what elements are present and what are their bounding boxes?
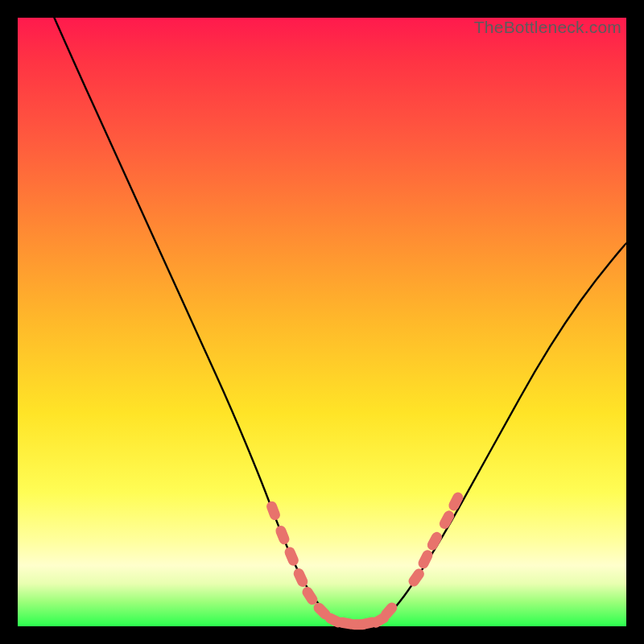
curve-markers	[265, 490, 464, 630]
curve-marker	[407, 567, 426, 588]
curve-layer	[18, 18, 626, 626]
chart-frame: TheBottleneck.com	[0, 0, 644, 644]
curve-marker	[416, 548, 434, 570]
curve-marker	[425, 530, 444, 552]
curve-marker	[283, 546, 299, 568]
curve-marker	[438, 509, 456, 530]
bottleneck-curve	[54, 18, 626, 626]
curve-marker	[265, 500, 282, 522]
plot-area: TheBottleneck.com	[18, 18, 626, 626]
curve-marker	[274, 524, 291, 546]
